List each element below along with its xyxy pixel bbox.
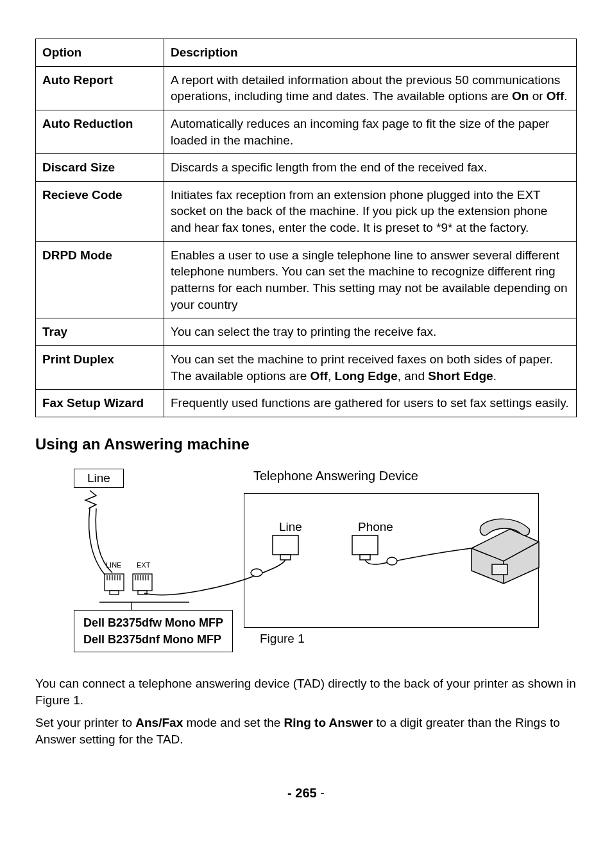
option-cell: Print Duplex xyxy=(36,345,164,389)
svg-point-21 xyxy=(251,569,262,577)
paragraph-1: You can connect a telephone answering de… xyxy=(35,675,577,708)
description-cell: You can select the tray to printing the … xyxy=(164,318,577,346)
table-row: Auto Reduction Automatically reduces an … xyxy=(36,110,577,153)
printer-model-1: Dell B2375dfw Mono MFP xyxy=(83,614,223,631)
port-line-text: LINE xyxy=(106,561,121,569)
svg-rect-23 xyxy=(492,564,507,575)
table-row: Print Duplex You can set the machine to … xyxy=(36,345,577,389)
svg-point-22 xyxy=(387,557,397,565)
line-label: Line xyxy=(74,469,124,488)
table-row: DRPD Mode Enables a user to use a single… xyxy=(36,241,577,318)
table-row: Recieve Code Initiates fax reception fro… xyxy=(36,181,577,241)
description-cell: Enables a user to use a single telephone… xyxy=(164,241,577,318)
svg-rect-17 xyxy=(273,535,298,555)
table-row: Tray You can select the tray to printing… xyxy=(36,318,577,346)
option-cell: Auto Report xyxy=(36,66,164,110)
option-cell: Recieve Code xyxy=(36,181,164,241)
description-cell: Discards a specific length from the end … xyxy=(164,154,577,182)
description-cell: A report with detailed information about… xyxy=(164,66,577,110)
table-row: Fax Setup Wizard Frequently used functio… xyxy=(36,390,577,417)
header-option: Option xyxy=(36,39,164,67)
svg-rect-18 xyxy=(280,555,291,560)
description-cell: Frequently used functions are gathered f… xyxy=(164,390,577,417)
port-ext-text: EXT xyxy=(137,561,151,569)
option-cell: Fax Setup Wizard xyxy=(36,390,164,417)
description-cell: You can set the machine to print receive… xyxy=(164,345,577,389)
option-cell: Tray xyxy=(36,318,164,346)
section-heading: Using an Answering machine xyxy=(35,435,577,453)
svg-rect-20 xyxy=(360,555,370,560)
option-cell: Discard Size xyxy=(36,154,164,182)
svg-rect-19 xyxy=(352,535,378,555)
paragraph-2: Set your printer to Ans/Fax mode and set… xyxy=(35,715,577,747)
answering-machine-diagram: Line Telephone Answering Device Line Pho… xyxy=(61,465,602,670)
header-description: Description xyxy=(164,39,577,67)
option-cell: DRPD Mode xyxy=(36,241,164,318)
page-number: - 265 - xyxy=(35,786,577,801)
description-cell: Initiates fax reception from an extensio… xyxy=(164,181,577,241)
svg-rect-1 xyxy=(110,591,119,595)
table-row: Auto Report A report with detailed infor… xyxy=(36,66,577,110)
option-cell: Auto Reduction xyxy=(36,110,164,153)
description-cell: Automatically reduces an incoming fax pa… xyxy=(164,110,577,153)
options-table: Option Description Auto Report A report … xyxy=(35,39,577,417)
table-row: Discard Size Discards a specific length … xyxy=(36,154,577,182)
printer-model-2: Dell B2375dnf Mono MFP xyxy=(83,631,223,648)
printer-model-box: Dell B2375dfw Mono MFP Dell B2375dnf Mon… xyxy=(74,610,233,652)
